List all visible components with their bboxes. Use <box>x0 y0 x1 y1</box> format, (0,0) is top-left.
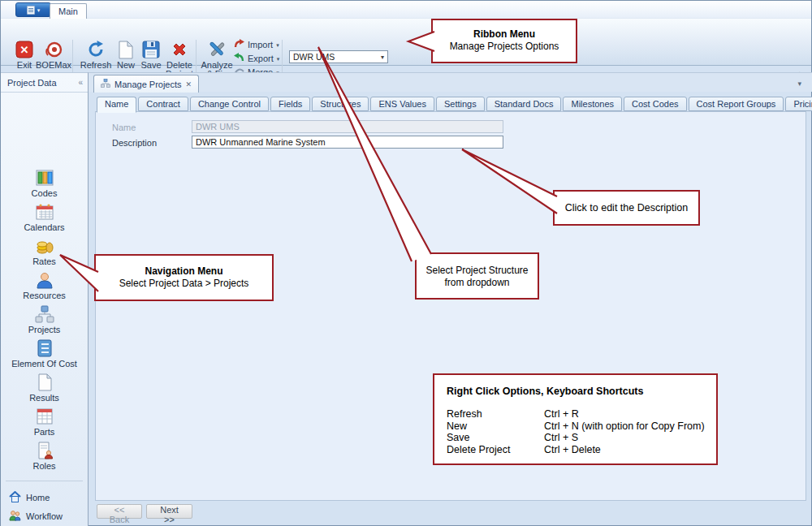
tab-list-dropdown-icon[interactable]: ▾ <box>797 80 801 88</box>
callout-keyboard-shortcuts: Right Click Options, Keyboard Shortcuts … <box>433 373 718 465</box>
shortcut-rows: Refresh Ctrl + R New Ctrl + N (with opti… <box>447 408 716 455</box>
callout-title: Right Click Options, Keyboard Shortcuts <box>447 386 716 398</box>
save-label: Save <box>140 61 161 70</box>
chevron-down-icon: ▾ <box>277 56 280 62</box>
sidebar-item-workflow[interactable]: Workflow <box>3 507 85 525</box>
boemax-icon <box>44 40 63 59</box>
sidebar-item-roles[interactable]: Roles <box>1 440 88 472</box>
tab-pricing-options[interactable]: Pricing Options <box>785 97 812 111</box>
export-icon <box>234 53 244 64</box>
shortcut-row: Delete Project Ctrl + Delete <box>447 444 716 456</box>
callout-navigation-menu: Navigation Menu Select Project Data > Pr… <box>94 254 274 301</box>
structure-dropdown-value: DWR UMS <box>293 52 335 62</box>
codes-icon <box>35 169 54 187</box>
tab-milestones[interactable]: Milestones <box>563 97 622 111</box>
exit-button[interactable]: ✕ Exit <box>11 40 38 70</box>
tab-standard-docs[interactable]: Standard Docs <box>486 97 562 111</box>
sidebar-item-projects[interactable]: Projects <box>1 304 88 336</box>
name-field-label: Name <box>112 123 136 132</box>
shortcut-row: Save Ctrl + S <box>447 432 716 444</box>
collapse-panel-icon[interactable]: « <box>78 78 83 87</box>
grid-icon <box>35 407 54 425</box>
callout-text: Select Project Structure <box>417 265 538 277</box>
ribbon: ✕ Exit BOEMax File Refresh <box>1 19 811 66</box>
sidebar-item-parts[interactable]: Parts <box>1 406 88 438</box>
sidebar-item-resources[interactable]: Resources <box>1 269 88 302</box>
sidebar-item-label: Element Of Cost <box>11 359 77 369</box>
tab-settings[interactable]: Settings <box>436 97 485 111</box>
shortcut-action: Save <box>447 432 544 444</box>
callout-text: from dropdown <box>417 277 538 289</box>
nav-item-label: Home <box>26 493 50 502</box>
callout-text: Click to edit the Description <box>565 202 688 214</box>
shortcut-action: Refresh <box>447 408 544 420</box>
tab-manage-projects[interactable]: Manage Projects ✕ <box>93 75 199 93</box>
tab-main[interactable]: Main <box>50 3 87 19</box>
refresh-button[interactable]: Refresh <box>79 40 113 70</box>
sidebar-item-label: Projects <box>28 325 61 334</box>
shortcut-action: New <box>447 420 544 433</box>
page-icon <box>35 373 54 391</box>
home-icon <box>9 491 21 504</box>
boemax-label: BOEMax <box>36 61 71 70</box>
document-tab-strip: Manage Projects ✕ ▾ <box>89 72 812 92</box>
description-field-label: Description <box>112 138 157 148</box>
tab-structures[interactable]: Structures <box>312 97 369 111</box>
tab-cost-codes[interactable]: Cost Codes <box>624 97 686 111</box>
delete-icon <box>170 40 189 59</box>
new-document-icon <box>116 40 136 59</box>
back-button[interactable]: << Back <box>97 504 142 519</box>
save-button[interactable]: Save <box>138 40 164 70</box>
callout-select-structure: Select Project Structure from dropdown <box>415 252 539 300</box>
tab-cost-report-groups[interactable]: Cost Report Groups <box>689 97 784 111</box>
shortcut-row: Refresh Ctrl + R <box>447 408 716 420</box>
sidebar-project-data: Project Data « Codes Calendars <box>1 72 89 526</box>
tools-icon <box>207 40 227 59</box>
sidebar-item-results[interactable]: Results <box>1 372 88 404</box>
sidebar-item-label: Calendars <box>24 222 64 232</box>
sidebar-item-label: Parts <box>34 427 55 437</box>
refresh-label: Refresh <box>80 61 112 70</box>
callout-edit-description: Click to edit the Description <box>553 190 700 226</box>
tab-ens-values[interactable]: ENS Values <box>370 97 434 111</box>
sidebar-item-calendars[interactable]: Calendars <box>1 201 88 234</box>
coins-icon <box>35 237 54 255</box>
shortcut-action: Delete Project <box>447 444 544 456</box>
chevron-down-icon: ▾ <box>37 7 41 13</box>
tab-fields[interactable]: Fields <box>270 97 310 111</box>
org-chart-icon <box>101 79 110 89</box>
name-field <box>192 120 503 133</box>
refresh-icon <box>86 40 106 59</box>
org-chart-icon <box>35 305 54 323</box>
description-field[interactable] <box>192 136 503 149</box>
sidebar-title: Project Data <box>7 78 57 88</box>
boemax-button[interactable]: BOEMax <box>37 40 71 70</box>
app-window: ▾ Main ✕ Exit BOEMax File <box>0 0 812 526</box>
close-icon[interactable]: ✕ <box>186 80 192 88</box>
tab-name[interactable]: Name <box>97 97 136 113</box>
structure-dropdown[interactable]: DWR UMS ▾ <box>289 50 388 63</box>
callout-text: Select Project Data > Projects <box>96 278 272 290</box>
person-icon <box>35 271 54 289</box>
import-icon <box>234 39 244 50</box>
chevron-down-icon: ▾ <box>276 42 279 48</box>
import-button[interactable]: Import ▾ <box>234 39 279 50</box>
export-button[interactable]: Export ▾ <box>234 53 279 64</box>
svg-text:✕: ✕ <box>20 44 29 56</box>
next-button[interactable]: Next >> <box>146 504 192 519</box>
tab-change-control[interactable]: Change Control <box>190 97 269 111</box>
tab-contract[interactable]: Contract <box>138 97 188 111</box>
new-label: New <box>117 61 135 70</box>
shortcut-keys: Ctrl + R <box>544 408 579 420</box>
sidebar-item-codes[interactable]: Codes <box>1 167 88 200</box>
callout-ribbon-menu: Ribbon Menu Manage Projects Options <box>431 19 577 63</box>
sidebar-item-rates[interactable]: Rates <box>1 235 88 268</box>
application-menu-button[interactable]: ▾ <box>15 2 51 17</box>
sidebar-item-label: Roles <box>32 461 55 471</box>
exit-icon: ✕ <box>15 40 34 59</box>
sidebar-item-home[interactable]: Home <box>3 489 85 507</box>
callout-title: Ribbon Menu <box>433 28 576 41</box>
chevron-down-icon: ▾ <box>381 54 384 61</box>
sidebar-item-element-of-cost[interactable]: Element Of Cost <box>1 338 88 370</box>
sidebar-item-label: Results <box>29 393 59 403</box>
